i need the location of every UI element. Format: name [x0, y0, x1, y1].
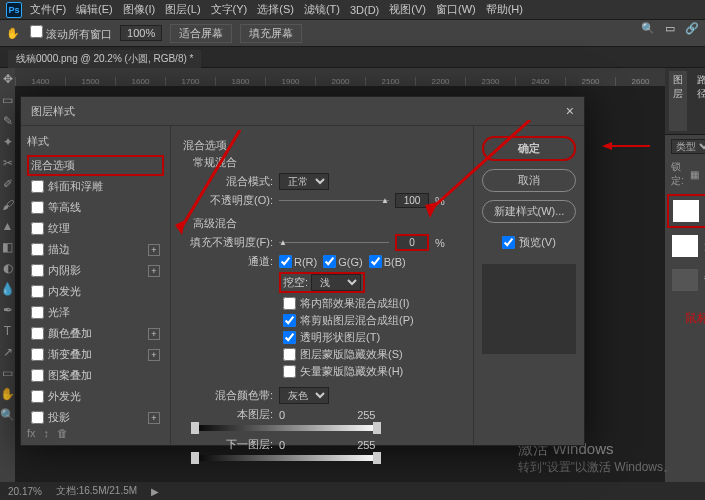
- layer-style-dialog: 图层样式 × 样式 混合选项 斜面和浮雕 等高线 纹理 描边+ 内阴影+ 内发光…: [20, 96, 585, 446]
- plus-icon[interactable]: +: [148, 412, 160, 424]
- fill-opacity-input[interactable]: [395, 234, 429, 251]
- plus-icon[interactable]: +: [148, 349, 160, 361]
- zoom-tool-icon[interactable]: 🔍: [0, 408, 15, 422]
- blend-if-label: 混合颜色带:: [183, 388, 273, 403]
- fill-screen-button[interactable]: 填充屏幕: [240, 24, 302, 43]
- opt-drop-shadow[interactable]: 投影+: [27, 407, 164, 428]
- menu-view[interactable]: 视图(V): [389, 2, 426, 17]
- menu-bar: Ps 文件(F) 编辑(E) 图像(I) 图层(L) 文字(Y) 选择(S) 滤…: [0, 0, 705, 20]
- scroll-all-windows[interactable]: 滚动所有窗口: [30, 25, 112, 42]
- crop-tool-icon[interactable]: ✂: [3, 156, 13, 170]
- ok-button[interactable]: 确定: [482, 136, 576, 161]
- tools-panel: ✥ ▭ ✎ ✦ ✂ ✐ 🖌 ▲ ◧ ◐ 💧 ✒ T ↗ ▭ ✋ 🔍: [0, 68, 15, 500]
- tab-paths[interactable]: 路径: [693, 71, 705, 131]
- chk-vector-hides[interactable]: 矢量蒙版隐藏效果(H): [283, 364, 461, 379]
- zoom-100-button[interactable]: 100%: [120, 25, 162, 41]
- opt-stroke[interactable]: 描边+: [27, 239, 164, 260]
- hand-tool-icon[interactable]: ✋: [0, 387, 15, 401]
- opt-texture[interactable]: 纹理: [27, 218, 164, 239]
- chk-mask-hides[interactable]: 图层蒙版隐藏效果(S): [283, 347, 461, 362]
- fit-screen-button[interactable]: 适合屏幕: [170, 24, 232, 43]
- brush-tool-icon[interactable]: 🖌: [2, 198, 14, 212]
- layer-row-big-circle[interactable]: 大圆: [667, 230, 705, 262]
- opt-inner-shadow[interactable]: 内阴影+: [27, 260, 164, 281]
- gradient-tool-icon[interactable]: ◐: [3, 261, 13, 275]
- close-icon[interactable]: ×: [566, 103, 574, 119]
- zoom-status[interactable]: 20.17%: [8, 486, 42, 497]
- chevron-right-icon[interactable]: ▶: [151, 486, 159, 497]
- opt-pattern-overlay[interactable]: 图案叠加: [27, 365, 164, 386]
- chk-blend-clipped[interactable]: 将剪贴图层混合成组(P): [283, 313, 461, 328]
- tab-layers[interactable]: 图层: [669, 71, 687, 131]
- new-style-button[interactable]: 新建样式(W)...: [482, 200, 576, 223]
- menu-edit[interactable]: 编辑(E): [76, 2, 113, 17]
- opt-blend-options[interactable]: 混合选项: [27, 155, 164, 176]
- channel-b[interactable]: B(B): [369, 255, 406, 268]
- opt-satin[interactable]: 光泽: [27, 302, 164, 323]
- share-icon[interactable]: 🔗: [685, 22, 699, 35]
- slider-handle[interactable]: ▲: [279, 238, 287, 247]
- this-layer-label: 本图层:: [183, 407, 273, 422]
- plus-icon[interactable]: +: [148, 265, 160, 277]
- search-icon[interactable]: 🔍: [641, 22, 655, 35]
- stamp-tool-icon[interactable]: ▲: [2, 219, 14, 233]
- this-layer-slider[interactable]: [191, 425, 381, 431]
- fx-icon[interactable]: fx: [27, 427, 36, 439]
- plus-icon[interactable]: +: [148, 328, 160, 340]
- opt-inner-glow[interactable]: 内发光: [27, 281, 164, 302]
- opacity-input[interactable]: [395, 193, 429, 208]
- plus-icon[interactable]: +: [148, 244, 160, 256]
- menu-text[interactable]: 文字(Y): [211, 2, 248, 17]
- menu-window[interactable]: 窗口(W): [436, 2, 476, 17]
- move-tool-icon[interactable]: ✥: [3, 72, 13, 86]
- under-layer-slider[interactable]: [191, 455, 381, 461]
- chk-blend-interior[interactable]: 将内部效果混合成组(I): [283, 296, 461, 311]
- eyedropper-tool-icon[interactable]: ✐: [3, 177, 13, 191]
- lasso-tool-icon[interactable]: ✎: [3, 114, 13, 128]
- trash-icon[interactable]: 🗑: [57, 427, 68, 439]
- opt-color-overlay[interactable]: 颜色叠加+: [27, 323, 164, 344]
- knockout-select[interactable]: 浅: [311, 274, 361, 291]
- layer-row-small-circle[interactable]: 小圆 ⬌: [667, 194, 705, 228]
- menu-file[interactable]: 文件(F): [30, 2, 66, 17]
- menu-image[interactable]: 图像(I): [123, 2, 155, 17]
- blend-if-select[interactable]: 灰色: [279, 387, 329, 404]
- preview-checkbox[interactable]: 预览(V): [482, 235, 576, 250]
- path-tool-icon[interactable]: ↗: [3, 345, 13, 359]
- pen-tool-icon[interactable]: ✒: [3, 303, 13, 317]
- opt-bevel[interactable]: 斜面和浮雕: [27, 176, 164, 197]
- workspace-icon[interactable]: ▭: [665, 22, 675, 35]
- ruler-horizontal: 1400150016001700180019002000210022002300…: [15, 68, 665, 86]
- layer-row-background[interactable]: 背景 🔒: [667, 264, 705, 296]
- menu-layer[interactable]: 图层(L): [165, 2, 200, 17]
- eraser-tool-icon[interactable]: ◧: [2, 240, 13, 254]
- marquee-tool-icon[interactable]: ▭: [2, 93, 13, 107]
- menu-filter[interactable]: 滤镜(T): [304, 2, 340, 17]
- layer-kind-select[interactable]: 类型: [671, 139, 705, 154]
- opt-contour[interactable]: 等高线: [27, 197, 164, 218]
- blur-tool-icon[interactable]: 💧: [0, 282, 15, 296]
- status-bar: 20.17% 文档:16.5M/21.5M ▶: [0, 482, 705, 500]
- channel-r[interactable]: R(R): [279, 255, 317, 268]
- blend-mode-select[interactable]: 正常: [279, 173, 329, 190]
- wand-tool-icon[interactable]: ✦: [3, 135, 13, 149]
- text-tool-icon[interactable]: T: [4, 324, 11, 338]
- menu-3d[interactable]: 3D(D): [350, 4, 379, 16]
- lock-trans-icon[interactable]: ▦: [690, 169, 699, 180]
- arrow-icon[interactable]: ↕: [44, 427, 50, 439]
- general-blend-title: 常规混合: [193, 155, 461, 170]
- under-layer-label: 下一图层:: [183, 437, 273, 452]
- chk-trans-shapes[interactable]: 透明形状图层(T): [283, 330, 461, 345]
- options-bar: ✋ 滚动所有窗口 100% 适合屏幕 填充屏幕: [0, 20, 705, 46]
- opt-gradient-overlay[interactable]: 渐变叠加+: [27, 344, 164, 365]
- menu-select[interactable]: 选择(S): [257, 2, 294, 17]
- menu-help[interactable]: 帮助(H): [486, 2, 523, 17]
- shape-tool-icon[interactable]: ▭: [2, 366, 13, 380]
- styles-list: 样式 混合选项 斜面和浮雕 等高线 纹理 描边+ 内阴影+ 内发光 光泽 颜色叠…: [21, 126, 171, 444]
- channel-g[interactable]: G(G): [323, 255, 362, 268]
- advanced-blend-title: 高级混合: [193, 216, 461, 231]
- document-tab[interactable]: 线稿0000.png @ 20.2% (小圆, RGB/8) *: [8, 50, 201, 68]
- slider-handle[interactable]: ▲: [381, 196, 389, 205]
- cancel-button[interactable]: 取消: [482, 169, 576, 192]
- opt-outer-glow[interactable]: 外发光: [27, 386, 164, 407]
